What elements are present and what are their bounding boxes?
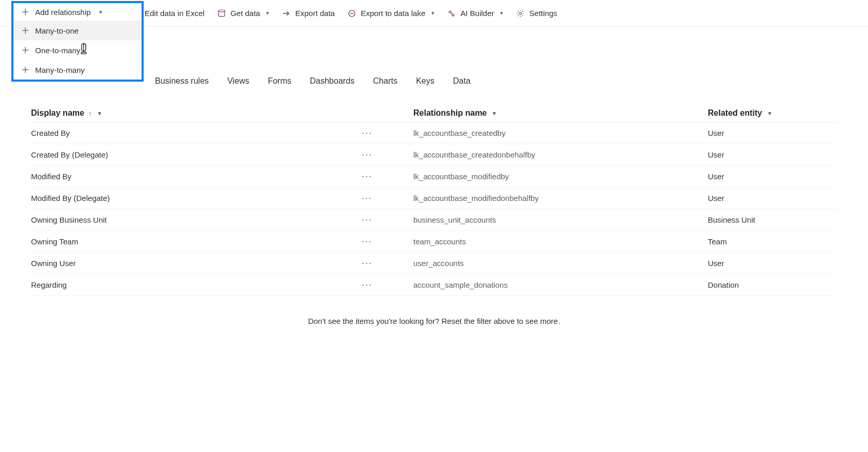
get-data-button[interactable]: Get data ▾ (211, 6, 276, 21)
tab-forms[interactable]: Forms (268, 76, 291, 86)
export-to-data-lake-button[interactable]: Export to data lake ▾ (341, 6, 441, 21)
row-more-icon[interactable]: ··· (362, 171, 413, 182)
ai-builder-label: AI Builder (460, 9, 494, 18)
header-label: Relationship name (413, 108, 487, 118)
cell-display-name: Modified By (31, 172, 362, 181)
cell-related-entity: User (708, 129, 837, 137)
chevron-down-icon: ▾ (266, 10, 269, 17)
cell-relationship-name: lk_accountbase_createdby (413, 129, 708, 137)
settings-button[interactable]: Settings (509, 6, 563, 21)
cell-relationship-name: account_sample_donations (413, 280, 708, 289)
table-header: Display name ↑ ▾ Relationship name ▾ Rel… (31, 104, 837, 122)
gear-icon (516, 9, 525, 18)
dropdown-item-many-to-many[interactable]: Many-to-many (13, 60, 142, 80)
column-header-related-entity[interactable]: Related entity ▾ (708, 108, 837, 118)
cell-display-name: Created By (31, 129, 362, 137)
tab-views[interactable]: Views (227, 76, 249, 86)
table-row[interactable]: Owning Team···team_accountsTeam (31, 231, 837, 253)
cell-relationship-name: lk_accountbase_createdonbehalfby (413, 150, 708, 159)
plus-icon (21, 26, 30, 35)
row-more-icon[interactable]: ··· (362, 149, 413, 160)
cell-relationship-name: team_accounts (413, 237, 708, 246)
relationships-table: Display name ↑ ▾ Relationship name ▾ Rel… (0, 104, 868, 346)
header-label: Display name (31, 108, 84, 118)
cell-related-entity: User (708, 194, 837, 202)
row-more-icon[interactable]: ··· (362, 279, 413, 290)
sort-asc-icon: ↑ (88, 110, 92, 117)
add-relationship-label: Add relationship (35, 8, 91, 17)
row-more-icon[interactable]: ··· (362, 258, 413, 269)
dropdown-item-many-to-one[interactable]: Many-to-one (13, 21, 142, 40)
tab-charts[interactable]: Charts (373, 76, 397, 86)
cell-related-entity: User (708, 172, 837, 181)
column-header-display-name[interactable]: Display name ↑ ▾ (31, 108, 413, 118)
tab-dashboards[interactable]: Dashboards (310, 76, 354, 86)
svg-point-13 (452, 14, 454, 16)
cell-relationship-name: business_unit_accounts (413, 215, 708, 224)
cell-display-name: Regarding (31, 280, 362, 289)
header-label: Related entity (708, 108, 762, 118)
settings-label: Settings (529, 9, 557, 18)
svg-point-10 (219, 10, 225, 12)
export-icon (282, 9, 291, 18)
tab-data[interactable]: Data (453, 76, 471, 86)
cell-relationship-name: lk_accountbase_modifiedonbehalfby (413, 194, 708, 202)
cell-related-entity: Donation (708, 280, 837, 289)
cell-related-entity: Business Unit (708, 215, 837, 224)
table-row[interactable]: Modified By···lk_accountbase_modifiedbyU… (31, 166, 837, 188)
cell-relationship-name: user_accounts (413, 259, 708, 268)
plus-icon (21, 65, 30, 74)
svg-point-12 (449, 11, 451, 13)
chevron-down-icon: ▾ (493, 110, 496, 117)
row-more-icon[interactable]: ··· (362, 214, 413, 225)
export-data-label: Export data (295, 9, 335, 18)
chevron-down-icon: ▾ (500, 10, 503, 17)
table-row[interactable]: Owning Business Unit···business_unit_acc… (31, 209, 837, 231)
cell-display-name: Owning Business Unit (31, 215, 362, 224)
table-row[interactable]: Created By···lk_accountbase_createdbyUse… (31, 122, 837, 144)
dropdown-item-label: One-to-many (35, 46, 81, 55)
plus-icon (21, 45, 30, 55)
chevron-down-icon: ▾ (768, 110, 771, 117)
export-data-button[interactable]: Export data (275, 6, 341, 21)
add-relationship-button[interactable]: Add relationship ▾ (13, 3, 142, 21)
tab-business-rules[interactable]: Business rules (155, 76, 209, 86)
row-more-icon[interactable]: ··· (362, 236, 413, 247)
data-lake-icon (347, 9, 357, 18)
cell-related-entity: Team (708, 237, 837, 246)
plus-icon (21, 7, 30, 17)
ai-builder-button[interactable]: AI Builder ▾ (441, 6, 509, 21)
row-more-icon[interactable]: ··· (362, 193, 413, 204)
cell-related-entity: User (708, 150, 837, 159)
column-header-relationship-name[interactable]: Relationship name ▾ (413, 108, 708, 118)
filter-reset-message: Don't see the items you're looking for? … (31, 296, 837, 346)
get-data-label: Get data (230, 9, 260, 18)
chevron-down-icon: ▾ (99, 9, 102, 15)
table-row[interactable]: Owning User···user_accountsUser (31, 253, 837, 274)
edit-excel-label: Edit data in Excel (145, 9, 205, 18)
export-lake-label: Export to data lake (361, 9, 425, 18)
chevron-down-icon: ▾ (431, 10, 435, 17)
cell-relationship-name: lk_accountbase_modifiedby (413, 172, 708, 181)
database-icon (217, 9, 226, 18)
table-row[interactable]: Regarding···account_sample_donationsDona… (31, 274, 837, 296)
add-relationship-dropdown: Add relationship ▾ Many-to-one One-to-ma… (11, 1, 144, 82)
row-more-icon[interactable]: ··· (362, 128, 413, 138)
cell-display-name: Owning User (31, 259, 362, 268)
cell-display-name: Modified By (Delegate) (31, 194, 362, 202)
cell-related-entity: User (708, 259, 837, 268)
tab-keys[interactable]: Keys (416, 76, 435, 86)
dropdown-item-label: Many-to-one (35, 26, 79, 35)
command-toolbar: Add relationship ▾ Many-to-one One-to-ma… (0, 0, 868, 27)
cell-display-name: Created By (Delegate) (31, 150, 362, 159)
table-row[interactable]: Created By (Delegate)···lk_accountbase_c… (31, 144, 837, 166)
ai-builder-icon (447, 9, 456, 18)
svg-point-14 (519, 12, 521, 14)
dropdown-item-label: Many-to-many (35, 66, 85, 74)
chevron-down-icon: ▾ (98, 110, 101, 117)
cell-display-name: Owning Team (31, 237, 362, 246)
dropdown-item-one-to-many[interactable]: One-to-many (13, 40, 142, 60)
table-row[interactable]: Modified By (Delegate)···lk_accountbase_… (31, 188, 837, 209)
